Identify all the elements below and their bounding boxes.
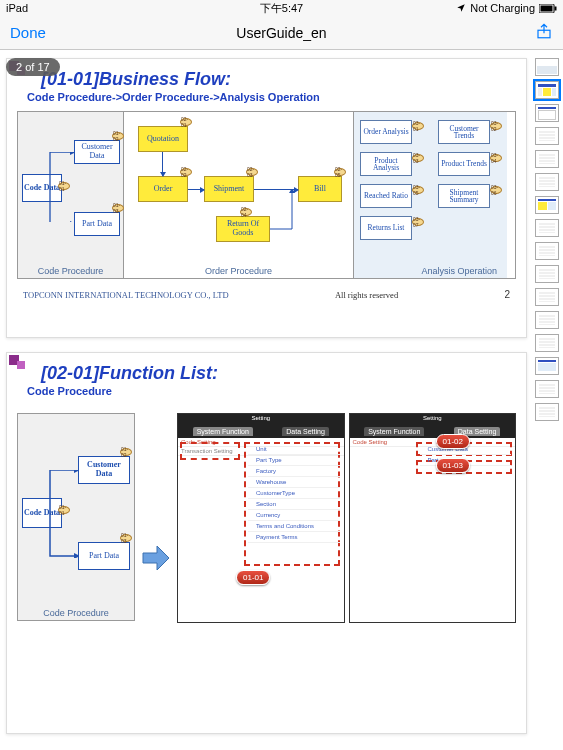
tag2-0103: 01-03 bbox=[120, 534, 132, 542]
arrow-return-bill bbox=[270, 189, 300, 231]
shipment-box: Shipment bbox=[204, 176, 254, 202]
page-indicator: 2 of 17 bbox=[6, 58, 60, 76]
slide2-body: Code Data Customer Data Part Data 01-01 … bbox=[17, 413, 516, 623]
quotation-box: Quotation bbox=[138, 126, 188, 152]
tag-0201: 02-01 bbox=[180, 118, 192, 126]
order-procedure-column: Quotation Order Shipment Return Of Goods… bbox=[124, 112, 354, 278]
thumb-5[interactable] bbox=[535, 150, 559, 168]
thumb-4[interactable] bbox=[535, 127, 559, 145]
shot-b-title: Setting bbox=[423, 415, 442, 421]
shot-a-header: System Function Setting Data Setting bbox=[178, 414, 344, 438]
tag-0205: 02-05 bbox=[334, 168, 346, 176]
thumb-15[interactable] bbox=[535, 380, 559, 398]
slide2-title: [02-01]Function List: bbox=[41, 363, 516, 384]
code-procedure-column: Code Data Customer Data Part Data 01-01 … bbox=[18, 112, 124, 278]
analysis-operation-column: Order Analysis Customer Trends Product A… bbox=[354, 112, 507, 278]
slide1-title: [01-01]Business Flow: bbox=[41, 69, 516, 90]
thumb-14[interactable] bbox=[535, 357, 559, 375]
nav-bar: Done UserGuide_en bbox=[0, 16, 563, 50]
screenshot-a: System Function Setting Data Setting Cod… bbox=[177, 413, 345, 623]
slide-page-3[interactable]: [02-01]Function List: Code Procedure Cod… bbox=[6, 352, 527, 734]
slide-page-2[interactable]: [01-01]Business Flow: Code Procedure->Or… bbox=[6, 58, 527, 338]
clock-label: 下午5:47 bbox=[190, 1, 374, 16]
code-branch-lines-2 bbox=[40, 470, 78, 558]
thumb-8[interactable] bbox=[535, 219, 559, 237]
thumb-11[interactable] bbox=[535, 288, 559, 306]
tag-0306: 03-06 bbox=[490, 186, 502, 194]
arrow-order-shipment bbox=[188, 189, 204, 190]
location-icon bbox=[456, 3, 466, 13]
badge-0101: 01-01 bbox=[236, 570, 270, 585]
carrier-label: iPad bbox=[6, 2, 190, 14]
arrow-quotation-order bbox=[162, 152, 163, 176]
s2-col-label: Code Procedure bbox=[18, 608, 134, 618]
items-list-a: Unit Part Type Factory Warehouse Custome… bbox=[248, 444, 340, 543]
thumb-13[interactable] bbox=[535, 334, 559, 352]
item-unit: Unit bbox=[248, 444, 340, 455]
battery-icon bbox=[539, 4, 557, 13]
svg-rect-2 bbox=[555, 6, 557, 10]
part-data-box: Part Data bbox=[74, 212, 120, 236]
badge-0102: 01-02 bbox=[436, 434, 470, 449]
document-content[interactable]: [01-01]Business Flow: Code Procedure->Or… bbox=[0, 50, 533, 750]
tag-0302: 03-02 bbox=[490, 122, 502, 130]
col1-label: Code Procedure bbox=[18, 264, 123, 278]
slide1-footer: TOPCONN INTERNATIONAL TECHNOLOGY CO., LT… bbox=[17, 289, 516, 300]
return-goods-box: Return Of Goods bbox=[216, 216, 270, 242]
company-name: TOPCONN INTERNATIONAL TECHNOLOGY CO., LT… bbox=[23, 290, 229, 300]
status-bar: iPad 下午5:47 Not Charging bbox=[0, 0, 563, 16]
slide2-code-diagram: Code Data Customer Data Part Data 01-01 … bbox=[17, 413, 135, 621]
thumb-1[interactable] bbox=[535, 58, 559, 76]
thumb-9[interactable] bbox=[535, 242, 559, 260]
share-icon bbox=[535, 21, 553, 41]
code-branch-lines bbox=[40, 152, 74, 222]
battery-label: Not Charging bbox=[470, 2, 535, 14]
shipment-summary-box: Shipment Summary bbox=[438, 184, 490, 208]
thumbnail-strip[interactable] bbox=[535, 58, 561, 421]
document-title: UserGuide_en bbox=[236, 25, 326, 41]
tag-0304: 03-04 bbox=[490, 154, 502, 162]
done-button[interactable]: Done bbox=[10, 24, 46, 41]
svg-rect-1 bbox=[541, 5, 553, 11]
thumb-12[interactable] bbox=[535, 311, 559, 329]
tag-0307: 03-07 bbox=[412, 218, 424, 226]
badge-0103: 01-03 bbox=[436, 458, 470, 473]
thumb-16[interactable] bbox=[535, 403, 559, 421]
customer-trends-box: Customer Trends bbox=[438, 120, 490, 144]
slide1-subtitle: Code Procedure->Order Procedure->Analysi… bbox=[27, 91, 516, 103]
item-terms: Terms and Conditions bbox=[248, 521, 340, 532]
tag2-0102: 01-02 bbox=[120, 448, 132, 456]
tag-0305: 03-05 bbox=[412, 186, 424, 194]
thumb-10[interactable] bbox=[535, 265, 559, 283]
tab-system-function-a: System Function bbox=[193, 427, 253, 436]
highlight-code-setting bbox=[180, 442, 240, 460]
item-warehouse: Warehouse bbox=[248, 477, 340, 488]
item-factory: Factory bbox=[248, 466, 340, 477]
returns-list-box: Returns List bbox=[360, 216, 412, 240]
item-parttype: Part Type bbox=[248, 455, 340, 466]
thumb-3[interactable] bbox=[535, 104, 559, 122]
col2-label: Order Procedure bbox=[124, 264, 353, 278]
share-button[interactable] bbox=[535, 21, 553, 45]
item-payment: Payment Terms bbox=[248, 532, 340, 543]
thumb-7[interactable] bbox=[535, 196, 559, 214]
order-box: Order bbox=[138, 176, 188, 202]
item-section: Section bbox=[248, 499, 340, 510]
tag-0203: 02-03 bbox=[246, 168, 258, 176]
thumb-2[interactable] bbox=[535, 81, 559, 99]
logo-icon bbox=[9, 355, 35, 371]
order-analysis-box: Order Analysis bbox=[360, 120, 412, 144]
thumb-6[interactable] bbox=[535, 173, 559, 191]
status-right: Not Charging bbox=[373, 2, 557, 14]
slide-page-number: 2 bbox=[504, 289, 510, 300]
col3-label: Analysis Operation bbox=[354, 264, 507, 278]
tag-0303: 03-03 bbox=[412, 154, 424, 162]
reached-ratio-box: Reached Ratio bbox=[360, 184, 412, 208]
part-data-box-2: Part Data bbox=[78, 542, 130, 570]
shot-b-header: System Function Setting Data Setting bbox=[350, 414, 516, 438]
product-trends-box: Product Trends bbox=[438, 152, 490, 176]
product-analysis-box: Product Analysis bbox=[360, 152, 412, 176]
customer-data-box: Customer Data bbox=[74, 140, 120, 164]
tab-data-setting-a: Data Setting bbox=[282, 427, 329, 436]
shot-a-title: Setting bbox=[251, 415, 270, 421]
